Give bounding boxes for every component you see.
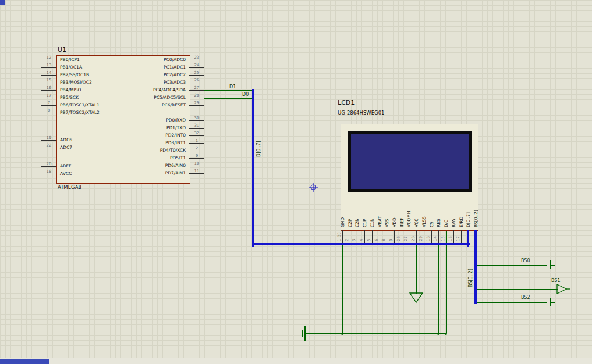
lcd-pin-stub — [357, 230, 357, 243]
wire-bs0[interactable] — [477, 265, 547, 266]
lcd-part-label[interactable]: UG-2864HSWEG01 — [338, 110, 384, 116]
pin-name: PD5/T1 — [170, 155, 186, 161]
pin-stub — [189, 128, 204, 129]
pin-row: 30PD0/RXD — [82, 117, 204, 124]
bs-bus-vertical[interactable] — [474, 230, 477, 304]
pin-number: 30 — [190, 116, 204, 120]
pin-stub — [41, 75, 56, 76]
battery-long-plate-icon[interactable] — [304, 326, 306, 341]
pin-stub — [41, 83, 56, 83]
pin-row: 29PC6/RESET — [82, 102, 204, 109]
pin-stub — [189, 90, 204, 91]
pin-number: 2 — [190, 146, 204, 151]
wire-d0[interactable] — [204, 98, 253, 99]
pin-stub — [189, 105, 204, 106]
pin-stub — [189, 143, 204, 144]
pin-number: 7 — [42, 101, 56, 105]
pin-number: 13 — [42, 63, 56, 67]
wire-lcd-res[interactable] — [438, 231, 439, 333]
pin-name: PD6/AIN0 — [165, 163, 186, 169]
wire-lcd-gnd[interactable] — [342, 231, 343, 333]
lcd-pin-number: 17 — [456, 236, 460, 241]
pin-name: PD3/INT1 — [165, 140, 186, 146]
wire-label-bs1[interactable]: BS1 — [551, 278, 561, 283]
lcd-pin-name: IREF — [399, 218, 405, 227]
pin-number: 32 — [190, 131, 204, 135]
lcd-pin-stub — [402, 230, 402, 243]
pin-stub — [41, 67, 56, 68]
bus-label-bs[interactable]: BS[0..2] — [468, 269, 473, 287]
pin-name: PC6/RESET — [162, 102, 186, 108]
wire-label-bs2[interactable]: BS2 — [521, 295, 530, 300]
horizontal-scrollbar-thumb[interactable] — [0, 359, 49, 364]
lcd-pin-stub — [350, 230, 350, 243]
lcd-pin-name: VCOMH — [406, 211, 412, 227]
data-bus-horizontal[interactable] — [252, 243, 470, 245]
lcd-pin-number: 6 — [374, 239, 379, 241]
pin-stub — [189, 60, 204, 60]
lcd-screen — [351, 134, 469, 189]
pin-number: 22 — [42, 143, 56, 148]
lcd-pin-number: 9 — [389, 239, 394, 241]
pin-stub — [189, 158, 204, 159]
schematic-canvas: U1 ATMEGA8 12PB0/ICP1 13PB1/OC1A 14PB2/S… — [0, 0, 592, 364]
wire-bs1[interactable] — [477, 289, 558, 290]
battery-short-plate-icon — [302, 330, 303, 337]
bus-label-d[interactable]: D[0..7] — [256, 141, 261, 157]
lcd-pin-stub — [446, 230, 446, 243]
lcd-pin-number: 14 — [433, 236, 438, 241]
lcd-pin-number: 15 — [441, 236, 445, 241]
u1-part-label[interactable]: ATMEGA8 — [58, 184, 81, 190]
pin-row: 10PD6/AIN0 — [82, 162, 204, 170]
junction-dot — [341, 333, 343, 335]
lcd-pin-name: E/RD — [459, 217, 464, 227]
pin-name: AVCC — [60, 171, 72, 177]
lcd-pin-number: 16 — [448, 236, 453, 241]
lcd-pin-name: VSS — [384, 219, 389, 227]
pin-row: 28PC5/ADC5/SCL — [82, 94, 204, 102]
pin-row: 9PD5/T1 — [82, 155, 204, 162]
wire-label-d1[interactable]: D1 — [229, 84, 236, 90]
ground-terminal-icon[interactable] — [409, 292, 424, 304]
wire-bottom-rail[interactable] — [305, 333, 446, 334]
lcd-pin-number: 2 — [345, 239, 349, 241]
wire-lcd-dc[interactable] — [446, 231, 447, 333]
pin-name: PC2/ADC2 — [164, 72, 186, 78]
pin-stub — [41, 105, 56, 106]
pin-row: 8PB7/TOSC2/XTAL2 — [41, 109, 164, 117]
lcd-pin-stub — [424, 230, 424, 243]
wire-d1[interactable] — [204, 90, 253, 91]
lcd-pin-name: C2P — [348, 219, 353, 227]
pin-number: 28 — [190, 93, 204, 98]
wire-label-d0[interactable]: D0 — [242, 92, 249, 97]
pin-name: PC4/ADC4/SDA — [153, 87, 186, 93]
origin-marker-icon — [309, 183, 318, 192]
data-bus-vertical[interactable] — [252, 89, 254, 247]
lcd-pin-stub — [416, 230, 417, 243]
data-bus-lcd-stub[interactable] — [467, 230, 469, 247]
lcd-pin-name: VBAT — [377, 216, 382, 227]
pin-stub — [189, 67, 204, 68]
lcd-ref-label[interactable]: LCD1 — [338, 99, 355, 106]
input-terminal-icon[interactable] — [556, 284, 572, 294]
pin-name: PB7/TOSC2/XTAL2 — [60, 110, 100, 116]
lcd-pin-name: CS — [429, 222, 434, 227]
lcd-pin-name: D/C — [444, 219, 449, 227]
wire-label-bs0[interactable]: BS0 — [521, 258, 530, 263]
pin-stub — [41, 90, 56, 91]
pin-number: 10 — [190, 161, 204, 166]
pin-name: PC1/ADC1 — [164, 65, 186, 70]
wire-bs2[interactable] — [477, 302, 547, 303]
pin-row: 23PC0/ADC0 — [82, 56, 204, 64]
lcd-pin-name: BS[0..2] — [473, 210, 478, 227]
lcd-pin-stub — [438, 230, 439, 243]
lcd-pin-number: 28 — [411, 236, 416, 241]
u1-ref-label[interactable]: U1 — [58, 46, 66, 53]
lcd-pin-name: VLSS — [421, 216, 427, 227]
lcd-pin-number: 26 — [396, 236, 401, 241]
terminal-bs0-tail — [551, 265, 555, 266]
pin-name: PB1/OC1A — [60, 65, 82, 70]
lcd-pin-name: RES — [436, 219, 441, 227]
horizontal-scrollbar[interactable] — [0, 358, 592, 364]
lcd-pin-stub — [453, 230, 454, 243]
